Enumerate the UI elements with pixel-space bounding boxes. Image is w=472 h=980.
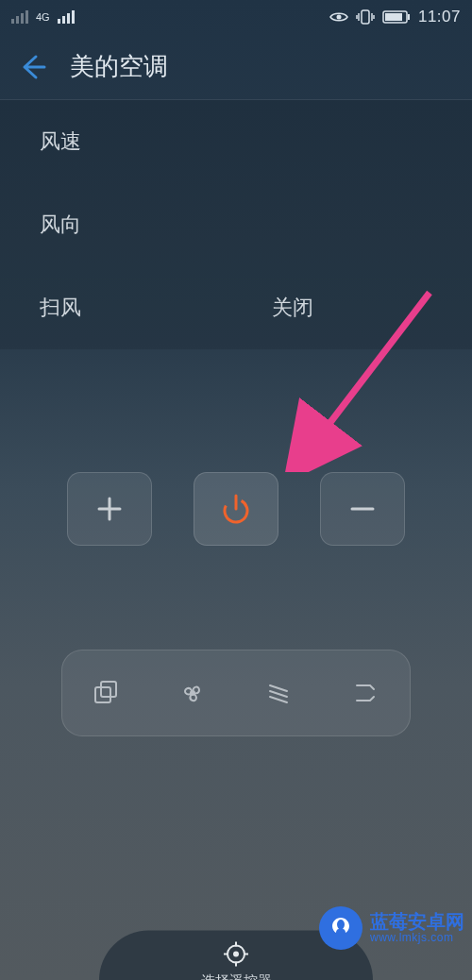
back-arrow-icon xyxy=(19,53,47,81)
svg-rect-4 xyxy=(408,14,410,20)
signal-bars-sim2 xyxy=(58,10,75,24)
airflow-button[interactable] xyxy=(347,674,385,712)
swing-icon xyxy=(264,678,295,708)
status-right: 11:07 xyxy=(329,8,461,26)
watermark-line1: 蓝莓安卓网 xyxy=(370,911,464,932)
row-label: 风向 xyxy=(40,211,153,239)
swing-button[interactable] xyxy=(261,674,298,712)
vibrate-icon xyxy=(356,9,375,25)
app-header: 美的空调 xyxy=(0,34,472,100)
row-value: 关闭 xyxy=(153,294,432,322)
target-icon xyxy=(222,940,250,969)
svg-rect-3 xyxy=(385,13,402,21)
power-button[interactable] xyxy=(194,472,278,546)
watermark-line2: www.lmkjs.com xyxy=(370,932,464,944)
battery-icon xyxy=(382,10,411,24)
svg-point-9 xyxy=(191,691,194,695)
fan-speed-button[interactable] xyxy=(174,674,211,712)
airflow-icon xyxy=(351,678,381,708)
row-fan-speed[interactable]: 风速 xyxy=(0,100,472,183)
mode-button[interactable] xyxy=(87,674,125,712)
network-type: 4G xyxy=(36,11,50,23)
mode-icon xyxy=(92,679,120,707)
page-title: 美的空调 xyxy=(70,50,168,83)
minus-icon xyxy=(346,492,379,526)
main-controls xyxy=(0,472,472,546)
row-swing[interactable]: 扫风 关闭 xyxy=(0,266,472,349)
svg-point-11 xyxy=(233,952,239,957)
plus-icon xyxy=(93,492,126,526)
back-button[interactable] xyxy=(17,51,49,83)
settings-list: 风速 风向 扫风 关闭 xyxy=(0,100,472,349)
row-label: 风速 xyxy=(40,127,153,156)
status-left: 4G xyxy=(11,10,75,24)
power-icon xyxy=(217,490,255,528)
status-bar: 4G 11:07 xyxy=(0,0,472,34)
row-wind-direction[interactable]: 风向 xyxy=(0,183,472,266)
remote-selector-label: 选择遥控器 xyxy=(201,972,272,981)
temp-plus-button[interactable] xyxy=(67,472,152,546)
svg-rect-7 xyxy=(95,687,110,702)
temp-minus-button[interactable] xyxy=(320,472,405,546)
svg-point-0 xyxy=(336,15,341,20)
signal-bars-sim1 xyxy=(11,10,28,24)
watermark-text: 蓝莓安卓网 www.lmkjs.com xyxy=(370,911,464,944)
secondary-controls xyxy=(61,650,411,736)
eye-comfort-icon xyxy=(329,10,348,24)
clock: 11:07 xyxy=(418,8,461,26)
watermark: 蓝莓安卓网 www.lmkjs.com xyxy=(319,906,464,950)
svg-rect-8 xyxy=(101,682,116,697)
svg-rect-1 xyxy=(362,10,369,24)
watermark-logo-icon xyxy=(319,906,362,950)
row-label: 扫风 xyxy=(40,294,153,322)
fan-icon xyxy=(177,678,208,708)
